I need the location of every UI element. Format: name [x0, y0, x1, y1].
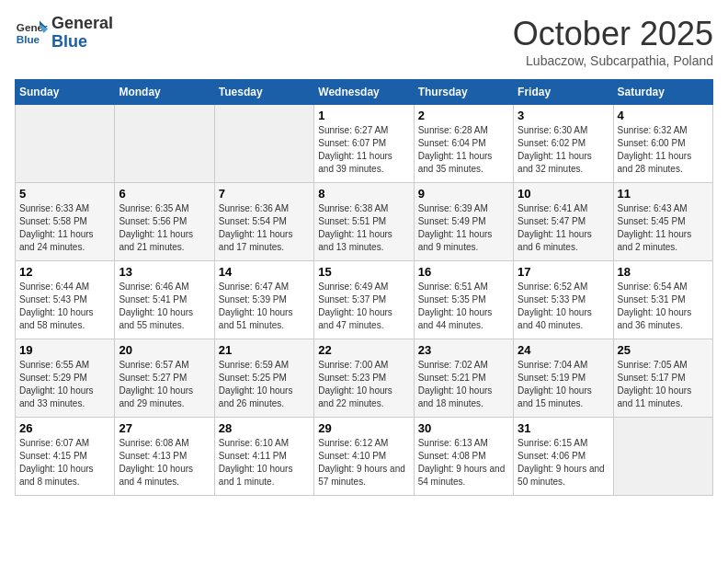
calendar-day-cell: 29Sunrise: 6:12 AMSunset: 4:10 PMDayligh…: [314, 418, 414, 496]
day-number: 3: [518, 109, 609, 122]
calendar-day-cell: 6Sunrise: 6:35 AMSunset: 5:56 PMDaylight…: [115, 183, 214, 261]
day-number: 21: [219, 343, 310, 357]
day-number: 1: [318, 109, 409, 122]
calendar-day-cell: 19Sunrise: 6:55 AMSunset: 5:29 PMDayligh…: [16, 339, 115, 418]
day-number: 31: [518, 421, 609, 435]
day-number: 9: [418, 187, 509, 201]
day-number: 14: [219, 265, 310, 279]
day-info: Sunrise: 6:08 AMSunset: 4:13 PMDaylight:…: [119, 437, 210, 488]
title-block: October 2025 Lubaczow, Subcarpathia, Pol…: [513, 15, 713, 68]
calendar-day-cell: 22Sunrise: 7:00 AMSunset: 5:23 PMDayligh…: [314, 339, 414, 418]
day-number: 10: [518, 187, 609, 201]
calendar-day-cell: 20Sunrise: 6:57 AMSunset: 5:27 PMDayligh…: [115, 339, 214, 418]
calendar-day-cell: 21Sunrise: 6:59 AMSunset: 5:25 PMDayligh…: [214, 339, 313, 418]
calendar-week-row: 12Sunrise: 6:44 AMSunset: 5:43 PMDayligh…: [16, 261, 713, 339]
day-number: 23: [418, 343, 509, 357]
weekday-header-cell: Thursday: [414, 80, 513, 105]
calendar-day-cell: 7Sunrise: 6:36 AMSunset: 5:54 PMDaylight…: [214, 183, 313, 261]
day-info: Sunrise: 7:05 AMSunset: 5:17 PMDaylight:…: [618, 359, 709, 410]
calendar-day-cell: 2Sunrise: 6:28 AMSunset: 6:04 PMDaylight…: [414, 105, 513, 183]
weekday-header-cell: Saturday: [613, 80, 712, 105]
day-info: Sunrise: 6:30 AMSunset: 6:02 PMDaylight:…: [518, 124, 609, 176]
day-info: Sunrise: 6:59 AMSunset: 5:25 PMDaylight:…: [219, 359, 310, 410]
day-info: Sunrise: 6:43 AMSunset: 5:45 PMDaylight:…: [618, 202, 709, 254]
day-info: Sunrise: 6:47 AMSunset: 5:39 PMDaylight:…: [219, 281, 310, 332]
calendar-day-cell: 8Sunrise: 6:38 AMSunset: 5:51 PMDaylight…: [314, 183, 414, 261]
day-number: 7: [219, 187, 310, 201]
day-number: 11: [618, 187, 709, 201]
day-number: 17: [518, 265, 609, 279]
calendar-day-cell: 10Sunrise: 6:41 AMSunset: 5:47 PMDayligh…: [514, 183, 613, 261]
weekday-header-cell: Wednesday: [314, 80, 414, 105]
logo-icon: General Blue: [15, 17, 48, 50]
day-info: Sunrise: 6:07 AMSunset: 4:15 PMDaylight:…: [19, 437, 110, 488]
day-info: Sunrise: 7:02 AMSunset: 5:21 PMDaylight:…: [418, 359, 509, 410]
day-number: 8: [318, 187, 409, 201]
calendar-day-cell: 4Sunrise: 6:32 AMSunset: 6:00 PMDaylight…: [613, 105, 712, 183]
day-info: Sunrise: 6:15 AMSunset: 4:06 PMDaylight:…: [518, 437, 609, 488]
weekday-header-cell: Tuesday: [214, 80, 313, 105]
calendar-day-cell: 27Sunrise: 6:08 AMSunset: 4:13 PMDayligh…: [115, 418, 214, 496]
day-number: 30: [418, 421, 509, 435]
day-number: 15: [318, 265, 409, 279]
day-info: Sunrise: 6:13 AMSunset: 4:08 PMDaylight:…: [418, 437, 509, 488]
day-info: Sunrise: 6:36 AMSunset: 5:54 PMDaylight:…: [219, 202, 310, 254]
day-number: 22: [318, 343, 409, 357]
day-info: Sunrise: 6:51 AMSunset: 5:35 PMDaylight:…: [418, 281, 509, 332]
day-number: 28: [219, 421, 310, 435]
day-number: 16: [418, 265, 509, 279]
calendar-week-row: 26Sunrise: 6:07 AMSunset: 4:15 PMDayligh…: [16, 418, 713, 496]
day-number: 19: [19, 343, 110, 357]
calendar-day-cell: 14Sunrise: 6:47 AMSunset: 5:39 PMDayligh…: [214, 261, 313, 339]
calendar-day-cell: 3Sunrise: 6:30 AMSunset: 6:02 PMDaylight…: [514, 105, 613, 183]
day-info: Sunrise: 6:27 AMSunset: 6:07 PMDaylight:…: [318, 124, 409, 176]
day-number: 12: [19, 265, 110, 279]
day-info: Sunrise: 6:39 AMSunset: 5:49 PMDaylight:…: [418, 202, 509, 254]
day-info: Sunrise: 6:49 AMSunset: 5:37 PMDaylight:…: [318, 281, 409, 332]
calendar-day-cell: 15Sunrise: 6:49 AMSunset: 5:37 PMDayligh…: [314, 261, 414, 339]
calendar-week-row: 5Sunrise: 6:33 AMSunset: 5:58 PMDaylight…: [16, 183, 713, 261]
calendar-day-cell: 17Sunrise: 6:52 AMSunset: 5:33 PMDayligh…: [514, 261, 613, 339]
calendar-day-cell: [16, 105, 115, 183]
calendar-day-cell: 26Sunrise: 6:07 AMSunset: 4:15 PMDayligh…: [16, 418, 115, 496]
day-info: Sunrise: 6:28 AMSunset: 6:04 PMDaylight:…: [418, 124, 509, 176]
day-info: Sunrise: 6:35 AMSunset: 5:56 PMDaylight:…: [119, 202, 210, 254]
calendar-day-cell: 24Sunrise: 7:04 AMSunset: 5:19 PMDayligh…: [514, 339, 613, 418]
calendar-day-cell: [115, 105, 214, 183]
weekday-header-cell: Monday: [115, 80, 214, 105]
logo-text: General Blue: [51, 15, 113, 52]
day-number: 25: [618, 343, 709, 357]
day-number: 26: [19, 421, 110, 435]
calendar-table: SundayMondayTuesdayWednesdayThursdayFrid…: [15, 79, 713, 496]
day-number: 13: [119, 265, 210, 279]
day-number: 20: [119, 343, 210, 357]
calendar-day-cell: [214, 105, 313, 183]
calendar-day-cell: 18Sunrise: 6:54 AMSunset: 5:31 PMDayligh…: [613, 261, 712, 339]
day-info: Sunrise: 6:32 AMSunset: 6:00 PMDaylight:…: [618, 124, 709, 176]
day-info: Sunrise: 6:52 AMSunset: 5:33 PMDaylight:…: [518, 281, 609, 332]
day-info: Sunrise: 6:44 AMSunset: 5:43 PMDaylight:…: [19, 281, 110, 332]
day-info: Sunrise: 6:54 AMSunset: 5:31 PMDaylight:…: [618, 281, 709, 332]
calendar-day-cell: 11Sunrise: 6:43 AMSunset: 5:45 PMDayligh…: [613, 183, 712, 261]
weekday-header-cell: Friday: [514, 80, 613, 105]
calendar-day-cell: 16Sunrise: 6:51 AMSunset: 5:35 PMDayligh…: [414, 261, 513, 339]
day-number: 24: [518, 343, 609, 357]
calendar-day-cell: [613, 418, 712, 496]
calendar-day-cell: 9Sunrise: 6:39 AMSunset: 5:49 PMDaylight…: [414, 183, 513, 261]
day-number: 6: [119, 187, 210, 201]
calendar-week-row: 19Sunrise: 6:55 AMSunset: 5:29 PMDayligh…: [16, 339, 713, 418]
day-info: Sunrise: 6:46 AMSunset: 5:41 PMDaylight:…: [119, 281, 210, 332]
calendar-day-cell: 28Sunrise: 6:10 AMSunset: 4:11 PMDayligh…: [214, 418, 313, 496]
month-title: October 2025: [513, 15, 713, 53]
day-number: 4: [618, 109, 709, 122]
calendar-day-cell: 13Sunrise: 6:46 AMSunset: 5:41 PMDayligh…: [115, 261, 214, 339]
calendar-day-cell: 12Sunrise: 6:44 AMSunset: 5:43 PMDayligh…: [16, 261, 115, 339]
day-info: Sunrise: 7:04 AMSunset: 5:19 PMDaylight:…: [518, 359, 609, 410]
day-info: Sunrise: 7:00 AMSunset: 5:23 PMDaylight:…: [318, 359, 409, 410]
day-info: Sunrise: 6:12 AMSunset: 4:10 PMDaylight:…: [318, 437, 409, 488]
logo: General Blue General Blue: [15, 15, 113, 52]
day-info: Sunrise: 6:55 AMSunset: 5:29 PMDaylight:…: [19, 359, 110, 410]
day-info: Sunrise: 6:41 AMSunset: 5:47 PMDaylight:…: [518, 202, 609, 254]
day-number: 29: [318, 421, 409, 435]
calendar-day-cell: 31Sunrise: 6:15 AMSunset: 4:06 PMDayligh…: [514, 418, 613, 496]
